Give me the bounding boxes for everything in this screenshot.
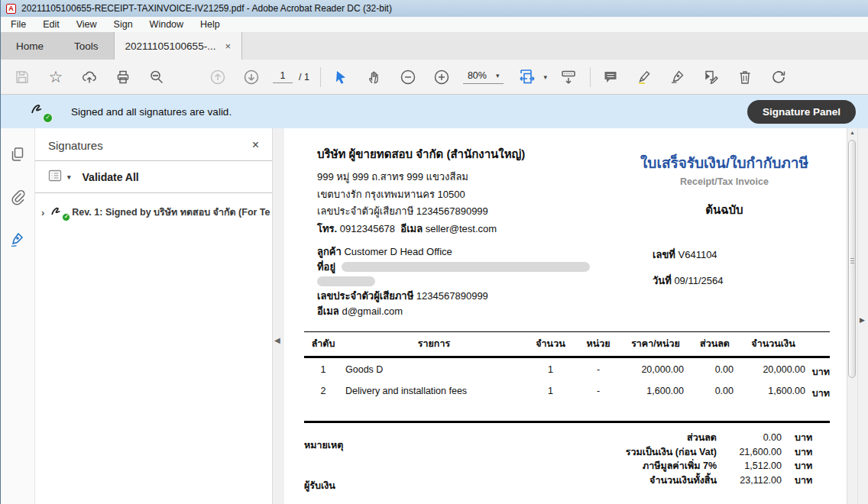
- table-row: 1 Goods D 1 - 20,000.00 0.00 20,000.00 บ…: [304, 364, 830, 380]
- scrollbar-thumb[interactable]: [848, 140, 856, 378]
- share-cloud-icon[interactable]: [77, 65, 102, 89]
- collapse-panel-icon[interactable]: ◀: [274, 336, 280, 344]
- print-icon[interactable]: [111, 65, 135, 89]
- signature-revision-label: Rev. 1: Signed by บริษัท ทดสอบ จำกัด (Fo…: [72, 205, 270, 220]
- tab-close-icon[interactable]: ×: [225, 40, 231, 52]
- chevron-expand-icon[interactable]: ›: [41, 207, 44, 218]
- seller-address1: 999 หมู่ 999 ถ.สาทร 999 แขวงสีลม: [317, 169, 525, 186]
- zoom-level-value: 80%: [468, 70, 487, 81]
- tab-document[interactable]: 20211105100655-... ×: [114, 32, 242, 60]
- page-display-icon[interactable]: [556, 65, 581, 89]
- previous-page-icon[interactable]: [206, 65, 230, 89]
- panel-close-icon[interactable]: ×: [252, 138, 259, 152]
- title-thai: ใบเสร็จรับเงิน/ใบกำกับภาษี: [605, 151, 844, 174]
- table-header-row: ลำดับ รายการ จำนวน หน่วย ราคา/หน่วย ส่วน…: [304, 331, 830, 358]
- title-bar: A 20211105100655-RECEIPT-TAXINVOICE-IV21…: [1, 0, 868, 17]
- page-count-label: / 1: [299, 72, 309, 82]
- menu-help[interactable]: Help: [192, 19, 228, 30]
- check-badge-icon: ✓: [62, 213, 70, 221]
- invoice-number-line: เลขที่ V641104: [653, 247, 724, 263]
- validate-all-row: ▾ Validate All: [35, 160, 272, 193]
- validate-all-button[interactable]: Validate All: [83, 171, 139, 183]
- tools-pane-strip: ▶: [857, 128, 868, 504]
- caret-down-icon[interactable]: ▾: [67, 173, 71, 181]
- scrollbar-grip: [850, 258, 854, 264]
- zoom-in-icon[interactable]: [429, 65, 454, 89]
- favorites-star-icon[interactable]: ☆: [44, 65, 68, 89]
- total-line: จำนวนเงินทั้งสิ้น 23,112.00 บาท: [304, 473, 830, 488]
- zoom-level-dropdown[interactable]: 80% ▾: [463, 70, 504, 84]
- customer-tax-line: เลขประจำตัวผู้เสียภาษี 1234567890999: [317, 289, 590, 304]
- save-icon[interactable]: [10, 65, 34, 89]
- menu-bar: File Edit View Sign Window Help: [1, 17, 868, 32]
- signature-valid-icon: ✓: [30, 102, 50, 121]
- search-icon[interactable]: [144, 65, 169, 89]
- table-row: 2 Delivery and installation fees 1 - 1,6…: [304, 386, 830, 401]
- invoice-date-line: วันที่ 09/11/2564: [653, 273, 724, 289]
- tab-home[interactable]: Home: [1, 32, 59, 60]
- copy-type-label: ต้นฉบับ: [605, 201, 844, 219]
- total-line: ส่วนลด 0.00 บาท: [304, 431, 830, 445]
- zoom-out-icon[interactable]: [396, 65, 420, 89]
- fit-width-caret-icon[interactable]: ▾: [543, 73, 547, 81]
- caret-down-icon: ▾: [496, 72, 500, 79]
- menu-view[interactable]: View: [68, 19, 105, 30]
- comment-icon[interactable]: [598, 65, 623, 89]
- line-items-table: ลำดับ รายการ จำนวน หน่วย ราคา/หน่วย ส่วน…: [304, 331, 830, 423]
- acrobat-window: A 20211105100655-RECEIPT-TAXINVOICE-IV21…: [0, 0, 868, 504]
- signature-banner: ✓ Signed and all signatures are valid. S…: [1, 95, 868, 128]
- rotate-view-icon[interactable]: [766, 65, 791, 89]
- pdf-file-icon: A: [6, 4, 16, 14]
- seller-contact-line: โทร. 0912345678 อีเมล seller@test.com: [317, 221, 525, 238]
- customer-email-line: อีเมล d@gmail.com: [317, 304, 590, 319]
- attachments-paperclip-icon[interactable]: [5, 185, 30, 209]
- toolbar-divider: [320, 67, 321, 87]
- scrollbar-up-icon[interactable]: ▲: [847, 130, 857, 135]
- signed-pen-icon: ✓: [50, 205, 67, 219]
- select-tool-icon[interactable]: [329, 65, 353, 89]
- highlight-icon[interactable]: [632, 65, 656, 89]
- redacted-address-bar: [317, 276, 375, 286]
- expand-tools-icon[interactable]: ▶: [860, 316, 865, 324]
- document-meta-block: เลขที่ V641104 วันที่ 09/11/2564: [653, 247, 724, 299]
- menu-file[interactable]: File: [2, 19, 34, 30]
- signatures-panel: Signatures × ▾ Validate All ›: [35, 128, 272, 504]
- delete-pages-icon[interactable]: [733, 65, 757, 89]
- window-title: 20211105100655-RECEIPT-TAXINVOICE-IV2125…: [21, 3, 392, 14]
- total-line: รวมเป็นเงิน (ก่อน Vat) 21,600.00 บาท: [304, 445, 830, 460]
- main-toolbar: ☆ 1: [1, 60, 868, 95]
- customer-block: ลูกค้า Customer D Head Office ที่อยู่ เล…: [317, 244, 590, 318]
- note-label: หมายเหตุ: [304, 438, 343, 453]
- page-number-input[interactable]: 1: [273, 70, 293, 83]
- tab-bar-filler: [242, 32, 868, 60]
- signature-options-icon[interactable]: [48, 170, 62, 184]
- toolbar-divider: [590, 67, 591, 87]
- tab-tools[interactable]: Tools: [59, 32, 114, 60]
- vertical-scrollbar[interactable]: ▲: [847, 128, 857, 504]
- signature-panel-button[interactable]: Signature Panel: [747, 100, 856, 124]
- fill-sign-icon[interactable]: [666, 65, 690, 89]
- fit-width-icon[interactable]: [516, 65, 540, 89]
- seller-block: บริษัท ผู้ขายทดสอบ จำกัด (สำนักงานใหญ่) …: [317, 145, 525, 237]
- menu-edit[interactable]: Edit: [34, 19, 68, 30]
- export-convert-icon[interactable]: [699, 65, 724, 89]
- next-page-icon[interactable]: [239, 65, 264, 89]
- signature-revision-row[interactable]: › ✓ Rev. 1: Signed by บริษัท ทดสอบ จำกัด…: [35, 193, 272, 231]
- tab-bar: Home Tools 20211105100655-... ×: [1, 32, 868, 60]
- hand-tool-icon[interactable]: [362, 65, 387, 89]
- document-title-block: ใบเสร็จรับเงิน/ใบกำกับภาษี Receipt/Tax I…: [605, 151, 844, 219]
- page-thumbnails-icon[interactable]: [5, 142, 30, 166]
- total-line: ภาษีมูลค่าเพิ่ม 7% 1,512.00 บาท: [304, 459, 830, 473]
- seller-name: บริษัท ผู้ขายทดสอบ จำกัด (สำนักงานใหญ่): [317, 145, 525, 163]
- main-area: Signatures × ▾ Validate All ›: [1, 128, 868, 504]
- signatures-panel-icon[interactable]: [5, 228, 30, 252]
- table-bottom-rule: [304, 421, 830, 423]
- customer-address-line: ที่อยู่: [317, 260, 590, 275]
- menu-sign[interactable]: Sign: [105, 19, 141, 30]
- seller-address2: เขตบางรัก กรุงเทพมหานคร 10500: [317, 186, 525, 204]
- receiver-label: ผู้รับเงิน: [304, 478, 335, 493]
- left-navigation-rail: [1, 128, 35, 504]
- menu-window[interactable]: Window: [141, 19, 192, 30]
- panel-splitter[interactable]: ◀: [272, 128, 284, 504]
- signatures-panel-title: Signatures: [48, 139, 103, 152]
